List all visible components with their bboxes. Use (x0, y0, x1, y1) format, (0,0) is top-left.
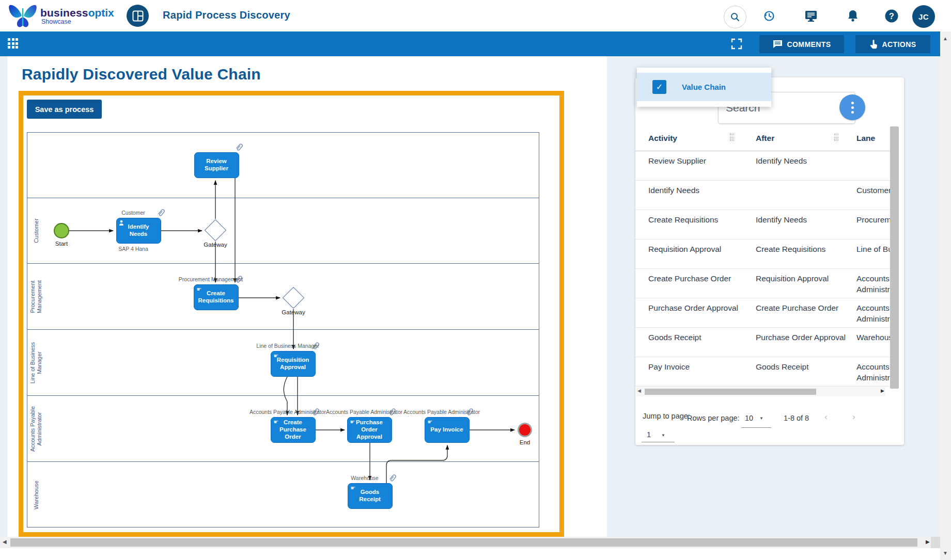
vscroll-up-arrow-icon[interactable]: ▲ (943, 36, 948, 41)
table-cell: Customer (856, 185, 890, 196)
task-identify-needs[interactable]: Identify Needs (116, 218, 161, 244)
hand-icon: ☛ (273, 419, 279, 425)
start-event-node[interactable] (54, 223, 69, 238)
jump-page-dropdown-icon[interactable]: ▼ (661, 433, 665, 438)
table-row[interactable]: Pay InvoiceGoods ReceiptAccounts Payable… (635, 357, 890, 387)
hscroll-right-arrow-icon[interactable]: ▶ (926, 539, 930, 545)
table-cell: Purchase Order Approval (756, 332, 856, 343)
scroll-right-arrow-icon[interactable]: ▶ (881, 388, 884, 393)
swimlane-top (27, 133, 539, 198)
console-icon[interactable] (802, 7, 820, 25)
column-header-activity[interactable]: Activity (648, 134, 677, 143)
save-as-process-button[interactable]: Save as process (27, 100, 102, 119)
lane-label: Line of Business Manager (29, 331, 42, 394)
scroll-left-arrow-icon[interactable]: ◀ (637, 388, 641, 393)
task-label: Create Requisitions (197, 290, 236, 305)
brand-wordmark: businessoptix Showcase (40, 7, 114, 25)
table-cell: Create Requisitions (756, 244, 856, 255)
layer-filter-dropdown: ✓ Value Chain (637, 68, 771, 107)
table-cell: Identify Needs (756, 156, 856, 167)
rows-per-page-underline (741, 427, 771, 428)
table-cell: Accounts Payable Administrator (856, 274, 890, 295)
task-label: Create Purchase Order (274, 419, 313, 440)
history-icon[interactable] (760, 7, 778, 25)
table-row[interactable]: Purchase Order ApprovalCreate Purchase O… (635, 298, 890, 328)
hand-icon: ☛ (427, 419, 433, 425)
fullscreen-icon[interactable] (730, 38, 743, 50)
end-event-node[interactable] (518, 423, 532, 437)
svg-text:?: ? (889, 12, 894, 21)
table-header-row: ActivityAfterLane (635, 126, 890, 151)
task-create-purchase-order[interactable]: Create Purchase Order☛ (271, 417, 316, 443)
task-purchase-order-approval[interactable]: Purchase Order Approval☛ (347, 417, 392, 443)
task-review-supplier[interactable]: Review Supplier (194, 152, 239, 178)
apps-grid-icon[interactable] (8, 38, 19, 50)
scroll-thumb[interactable] (645, 389, 816, 395)
table-cell: Accounts Payable Administrator (856, 362, 890, 383)
page-title: Rapidly Discovered Value Chain (22, 66, 261, 83)
checkbox-checked-icon[interactable]: ✓ (652, 80, 666, 94)
next-page-chevron[interactable]: › (852, 412, 855, 422)
actions-button[interactable]: ACTIONS (855, 35, 930, 53)
app-icon[interactable] (127, 5, 149, 27)
page-horizontal-scrollbar[interactable]: ◀ ▶ (0, 537, 940, 548)
table-cell: Requisition Approval (648, 244, 752, 255)
value-chain-label: Value Chain (682, 83, 726, 91)
task-create-requisitions[interactable]: Create Requisitions☛ (194, 284, 239, 310)
blue-toolbar: COMMENTS ACTIONS (0, 31, 940, 56)
column-drag-handle-icon[interactable] (834, 134, 839, 143)
top-header: businessoptix Showcase Rapid Process Dis… (0, 0, 951, 31)
vscroll-down-arrow-icon[interactable]: ▼ (943, 550, 948, 556)
table-cell: Procurement Management (856, 215, 890, 226)
app-window: businessoptix Showcase Rapid Process Dis… (0, 0, 951, 560)
table-cell: Goods Receipt (756, 362, 856, 373)
task-requisition-approval[interactable]: Requisition Approval☛ (271, 351, 316, 377)
value-chain-option[interactable]: ✓ Value Chain (637, 73, 771, 101)
table-row[interactable]: Review SupplierIdentify Needs (635, 151, 890, 181)
table-cell: Requisition Approval (756, 274, 856, 284)
table-vertical-scrollbar[interactable] (890, 126, 899, 389)
hscroll-left-arrow-icon[interactable]: ◀ (3, 539, 7, 545)
activity-table-card: ActivityAfterLane Review SupplierIdentif… (635, 77, 904, 445)
table-row[interactable]: Create RequisitionsIdentify NeedsProcure… (635, 210, 890, 239)
column-header-lane[interactable]: Lane (856, 134, 875, 143)
column-header-after[interactable]: After (756, 134, 774, 143)
table-cell: Purchase Order Approval (648, 303, 752, 314)
previous-page-chevron[interactable]: ‹ (824, 412, 828, 422)
help-icon[interactable]: ? (883, 7, 900, 25)
rows-per-page-dropdown-icon[interactable]: ▼ (759, 416, 763, 421)
jump-to-page-value[interactable]: 1 (647, 430, 651, 439)
comments-button[interactable]: COMMENTS (759, 35, 844, 53)
bottom-strip (0, 548, 940, 560)
table-row[interactable]: Requisition ApprovalCreate RequisitionsL… (635, 239, 890, 269)
hscroll-thumb[interactable] (10, 538, 917, 547)
lane-label: Procurement Management (29, 265, 42, 328)
task-goods-receipt[interactable]: Goods Receipt☛ (348, 483, 393, 509)
task-pay-invoice[interactable]: Pay Invoice☛ (425, 417, 470, 443)
user-avatar[interactable]: JC (912, 5, 935, 28)
table-cell: Create Requisitions (648, 215, 752, 226)
rows-per-page-value[interactable]: 10 (745, 414, 753, 422)
swimlane-warehouse: Warehouse (27, 462, 539, 528)
notifications-bell-icon[interactable] (844, 7, 862, 25)
table-cell: Create Purchase Order (648, 274, 752, 284)
table-cell: Warehouse (856, 332, 890, 343)
page-vertical-scrollbar[interactable]: ▲ ▼ (940, 31, 951, 560)
table-cell: Create Purchase Order (756, 303, 856, 314)
table-cell: Identify Needs (756, 215, 856, 226)
column-drag-handle-icon[interactable] (730, 134, 735, 143)
table-cell: Accounts Payable Administrator (856, 303, 890, 325)
table-row[interactable]: Identify NeedsCustomer (635, 181, 890, 210)
table-horizontal-scrollbar[interactable]: ◀ ▶ (636, 387, 885, 396)
brand-primary: business (40, 7, 88, 19)
hand-icon: ☛ (350, 419, 356, 425)
table-menu-kebab-icon[interactable] (839, 94, 865, 120)
lane-label: Customer (33, 199, 40, 262)
table-row[interactable]: Goods ReceiptPurchase Order ApprovalWare… (635, 328, 890, 357)
brand-secondary: optix (88, 7, 114, 19)
table-row[interactable]: Create Purchase OrderRequisition Approva… (635, 269, 890, 298)
bpmn-pool: CustomerProcurement ManagementLine of Bu… (27, 132, 539, 527)
table-cell: Pay Invoice (648, 362, 752, 373)
hand-icon: ☛ (350, 485, 356, 491)
search-icon[interactable] (724, 6, 746, 28)
